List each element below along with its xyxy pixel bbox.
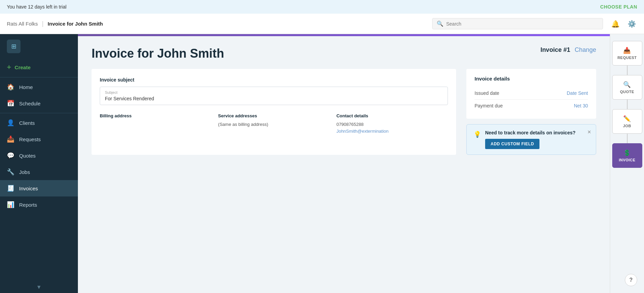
- add-custom-field-button[interactable]: ADD CUSTOM FIELD: [485, 139, 539, 149]
- contact-email: JohnSmith@extermination: [337, 128, 448, 135]
- sidebar-item-home[interactable]: 🏠 Home: [0, 79, 78, 95]
- service-addresses-value: (Same as billing address): [218, 121, 329, 128]
- top-nav-icons: 🔔 ⚙️: [610, 18, 637, 29]
- change-link[interactable]: Change: [575, 46, 596, 53]
- job-workflow-icon: ✏️: [623, 115, 631, 122]
- page-title: Invoice for John Smith: [92, 46, 224, 61]
- top-nav: Rats All Folks | Invoice for John Smith …: [0, 14, 644, 34]
- subject-field-label: Subject: [105, 90, 443, 94]
- sidebar-item-jobs[interactable]: 🔧 Jobs: [0, 164, 78, 180]
- workflow-box-request[interactable]: 📥 REQUEST: [612, 41, 642, 65]
- workflow-connector-2: [627, 100, 628, 109]
- invoice-number: Invoice #1 Change: [540, 46, 596, 54]
- home-icon: 🏠: [7, 83, 14, 91]
- sidebar-item-label-home: Home: [19, 84, 33, 90]
- jobs-icon: 🔧: [7, 168, 14, 176]
- search-bar[interactable]: 🔍: [432, 18, 603, 29]
- invoice-body: Invoice subject Subject For Services Ren…: [92, 69, 596, 155]
- search-input[interactable]: [446, 21, 599, 27]
- invoice-header-row: Invoice for John Smith Invoice #1 Change: [92, 46, 596, 61]
- main-content: Invoice for John Smith Invoice #1 Change…: [78, 34, 610, 293]
- request-workflow-icon: 📥: [623, 47, 631, 54]
- sidebar-item-invoices[interactable]: 🧾 Invoices: [0, 180, 78, 196]
- custom-field-callout: 💡 Need to track more details on invoices…: [466, 124, 596, 155]
- service-addresses-label: Service addresses: [218, 113, 329, 118]
- contact-details-label: Contact details: [337, 113, 448, 118]
- billing-address-label: Billing address: [100, 113, 211, 118]
- workflow-connector-3: [627, 134, 628, 143]
- requests-icon: 📥: [7, 135, 14, 143]
- sidebar-item-label-reports: Reports: [19, 202, 37, 208]
- sidebar-item-label-invoices: Invoices: [19, 186, 38, 191]
- plus-icon: +: [7, 63, 11, 72]
- sidebar-item-schedule[interactable]: 📅 Schedule: [0, 95, 78, 112]
- subject-input-wrap[interactable]: Subject For Services Rendered: [100, 87, 448, 105]
- job-label: JOB: [623, 124, 631, 128]
- content-area: Invoice for John Smith Invoice #1 Change…: [78, 36, 610, 293]
- help-button[interactable]: ?: [625, 274, 637, 286]
- breadcrumb-current: Invoice for John Smith: [48, 21, 103, 27]
- reports-icon: 📊: [7, 201, 14, 208]
- payment-due-value[interactable]: Net 30: [574, 103, 588, 108]
- quotes-icon: 💬: [7, 152, 14, 159]
- workflow-step-request: 📥 REQUEST: [612, 41, 642, 75]
- invoice-number-label: Invoice #1: [540, 46, 570, 53]
- sidebar-divider-2: [0, 113, 78, 113]
- workflow-box-job[interactable]: ✏️ JOB: [612, 109, 642, 134]
- issued-date-label: Issued date: [475, 90, 499, 96]
- invoice-label: INVOICE: [619, 158, 635, 162]
- sidebar-item-label-requests: Requests: [19, 136, 41, 142]
- details-row-payment: Payment due Net 30: [475, 100, 588, 112]
- clients-icon: 👤: [7, 119, 14, 127]
- trial-banner: You have 12 days left in trial CHOOSE PL…: [0, 0, 644, 14]
- callout-title: Need to track more details on invoices?: [485, 130, 589, 135]
- invoice-workflow-icon: 💲: [623, 149, 631, 157]
- callout-text: Need to track more details on invoices? …: [485, 130, 589, 149]
- subject-section-label: Invoice subject: [100, 77, 448, 83]
- contact-phone: 07908765288: [337, 121, 448, 128]
- invoice-right-panel: Invoice details Issued date Date Sent Pa…: [466, 69, 596, 155]
- breadcrumb-company[interactable]: Rats All Folks: [7, 21, 38, 27]
- create-button[interactable]: + Create: [0, 59, 78, 76]
- workflow-step-invoice: 💲 INVOICE: [612, 143, 642, 168]
- notifications-icon[interactable]: 🔔: [610, 18, 621, 29]
- help-icon: ?: [629, 277, 633, 283]
- invoices-icon: 🧾: [7, 185, 14, 192]
- sidebar-item-label-quotes: Quotes: [19, 153, 36, 159]
- breadcrumb-separator: |: [42, 20, 44, 27]
- workflow-step-job: ✏️ JOB: [612, 109, 642, 143]
- settings-icon[interactable]: ⚙️: [626, 18, 637, 29]
- sidebar: ⊞ + Create 🏠 Home 📅 Schedule 👤 Clients 📥…: [0, 34, 78, 293]
- choose-plan-button[interactable]: CHOOSE PLAN: [600, 4, 637, 10]
- payment-due-label: Payment due: [475, 103, 503, 108]
- schedule-icon: 📅: [7, 100, 14, 107]
- request-label: REQUEST: [617, 56, 637, 60]
- callout-close-button[interactable]: ×: [587, 129, 591, 136]
- service-addresses-col: Service addresses (Same as billing addre…: [218, 113, 329, 134]
- invoice-left-panel: Invoice subject Subject For Services Ren…: [92, 69, 456, 155]
- create-label: Create: [15, 64, 31, 70]
- details-panel-title: Invoice details: [475, 76, 588, 82]
- sidebar-item-requests[interactable]: 📥 Requests: [0, 131, 78, 147]
- workflow-step-quote: 🔍 QUOTE: [612, 75, 642, 109]
- breadcrumb: Rats All Folks | Invoice for John Smith: [7, 20, 432, 27]
- lightbulb-icon: 💡: [474, 131, 481, 138]
- sidebar-item-clients[interactable]: 👤 Clients: [0, 115, 78, 131]
- billing-address-col: Billing address: [100, 113, 211, 134]
- app-logo: ⊞: [7, 40, 20, 53]
- workflow-box-quote[interactable]: 🔍 QUOTE: [612, 75, 642, 100]
- issued-date-value[interactable]: Date Sent: [567, 90, 588, 96]
- sidebar-divider: [0, 77, 78, 77]
- email-link[interactable]: JohnSmith@extermination: [337, 129, 389, 134]
- quote-workflow-icon: 🔍: [623, 81, 631, 88]
- workflow-panel: 📥 REQUEST 🔍 QUOTE ✏️ JOB 💲 INVOICE: [610, 34, 644, 293]
- app-body: ⊞ + Create 🏠 Home 📅 Schedule 👤 Clients 📥…: [0, 34, 644, 293]
- sidebar-item-reports[interactable]: 📊 Reports: [0, 196, 78, 213]
- sidebar-item-label-schedule: Schedule: [19, 101, 41, 106]
- subject-field-value: For Services Rendered: [105, 96, 443, 101]
- trial-message: You have 12 days left in trial: [7, 4, 67, 10]
- sidebar-item-label-jobs: Jobs: [19, 169, 30, 175]
- sidebar-item-quotes[interactable]: 💬 Quotes: [0, 147, 78, 164]
- workflow-box-invoice[interactable]: 💲 INVOICE: [612, 143, 642, 168]
- invoice-details-panel: Invoice details Issued date Date Sent Pa…: [466, 69, 596, 119]
